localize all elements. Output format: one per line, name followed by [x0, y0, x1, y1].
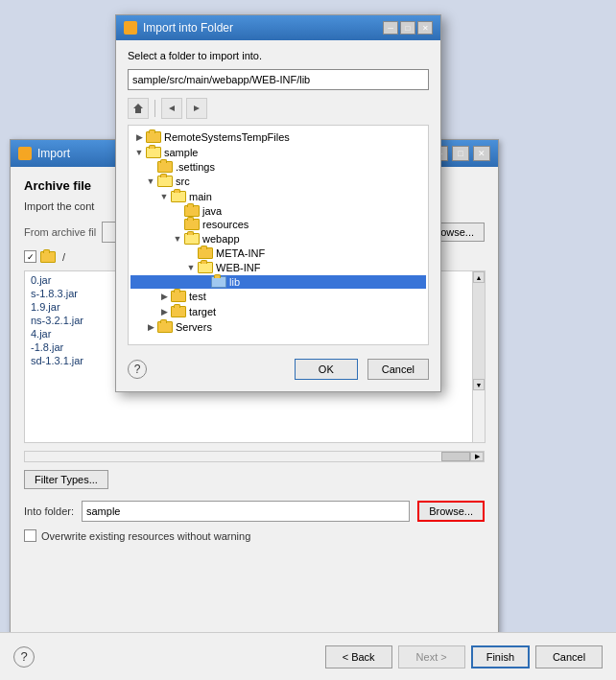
folder-icon-sample — [146, 147, 161, 158]
expander-webinf[interactable]: ▼ — [184, 261, 198, 274]
folder-icon-servers — [157, 321, 173, 333]
tree-label-webapp: webapp — [202, 233, 240, 245]
modal-controls: ─ □ ✕ — [383, 21, 433, 35]
home-icon — [132, 103, 144, 114]
tree-item-target[interactable]: ▶ target — [130, 304, 426, 319]
modal-help-btn[interactable]: ? — [128, 360, 147, 379]
tree-item-webapp[interactable]: ▼ webapp — [130, 231, 426, 246]
tree-item-sample[interactable]: ▼ sample — [130, 145, 426, 160]
tree-item-settings[interactable]: .settings — [130, 160, 426, 174]
modal-ok-btn[interactable]: OK — [295, 359, 358, 380]
expander-servers[interactable]: ▶ — [144, 320, 157, 334]
forward-icon — [192, 104, 201, 113]
tree-item-servers[interactable]: ▶ Servers — [130, 319, 426, 335]
tree-label-main: main — [189, 191, 212, 202]
tree-label-resources: resources — [202, 219, 249, 230]
tree-item-test[interactable]: ▶ test — [130, 289, 426, 304]
folder-icon-webinf — [198, 262, 213, 273]
import-folder-dialog: Import into Folder ─ □ ✕ Select a folder… — [115, 14, 441, 392]
modal-title-area: Import into Folder — [124, 21, 233, 35]
modal-minimize-btn[interactable]: ─ — [383, 21, 398, 35]
tree-label-lib: lib — [229, 276, 240, 288]
back-icon — [167, 104, 177, 113]
svg-marker-2 — [194, 106, 200, 111]
folder-icon-webapp — [184, 233, 200, 245]
modal-toolbar — [128, 96, 429, 121]
tree-label-remotesystems: RemoteSystemsTempFiles — [164, 131, 290, 143]
modal-titlebar: Import into Folder ─ □ ✕ — [116, 15, 440, 40]
modal-path-input[interactable] — [128, 69, 429, 90]
folder-icon-java — [184, 205, 200, 217]
expander-main[interactable]: ▼ — [157, 190, 171, 203]
tree-label-servers: Servers — [176, 321, 212, 333]
tree-item-lib[interactable]: lib — [130, 275, 426, 289]
expander-sample[interactable]: ▼ — [132, 146, 146, 159]
folder-icon-test — [171, 291, 186, 302]
tree-item-resources[interactable]: resources — [130, 218, 426, 231]
folder-icon-metainf — [198, 247, 213, 259]
expander-remotesystems[interactable]: ▶ — [132, 130, 146, 144]
expander-test[interactable]: ▶ — [157, 290, 171, 303]
tree-label-webinf: WEB-INF — [216, 262, 260, 273]
folder-icon-settings — [157, 161, 173, 173]
tree-item-java[interactable]: java — [130, 204, 426, 218]
tree-item-webinf[interactable]: ▼ WEB-INF — [130, 260, 426, 275]
tree-label-test: test — [189, 291, 206, 302]
folder-icon-remotesystems — [146, 131, 161, 143]
tree-label-metainf: META-INF — [216, 247, 265, 259]
modal-prompt-text: Select a folder to import into. — [128, 50, 429, 61]
toolbar-forward-btn[interactable] — [186, 98, 207, 119]
modal-body: Select a folder to import into. — [116, 40, 440, 391]
tree-label-target: target — [189, 306, 216, 317]
modal-close-btn[interactable]: ✕ — [417, 21, 433, 35]
tree-label-src: src — [176, 176, 190, 187]
tree-item-src[interactable]: ▼ src — [130, 174, 426, 189]
modal-button-row: ? OK Cancel — [128, 353, 429, 384]
svg-marker-1 — [169, 106, 175, 111]
tree-item-metainf[interactable]: META-INF — [130, 246, 426, 260]
modal-help-area: ? — [128, 359, 285, 380]
tree-label-java: java — [202, 205, 222, 217]
modal-app-icon — [124, 21, 137, 35]
modal-overlay: Import into Folder ─ □ ✕ Select a folder… — [0, 0, 616, 680]
folder-tree[interactable]: ▶ RemoteSystemsTempFiles ▼ sample .setti… — [128, 125, 429, 345]
toolbar-back-btn[interactable] — [161, 98, 182, 119]
tree-label-settings: .settings — [176, 161, 215, 173]
folder-icon-resources — [184, 219, 200, 230]
tree-item-main[interactable]: ▼ main — [130, 189, 426, 204]
expander-webapp[interactable]: ▼ — [171, 232, 184, 246]
modal-maximize-btn[interactable]: □ — [400, 21, 415, 35]
toolbar-home-btn[interactable] — [128, 98, 149, 119]
folder-icon-lib — [211, 276, 226, 288]
tree-label-sample: sample — [164, 147, 198, 158]
modal-title-label: Import into Folder — [143, 21, 233, 35]
svg-marker-0 — [133, 104, 143, 113]
folder-icon-target — [171, 306, 186, 317]
toolbar-sep1 — [154, 100, 155, 117]
folder-icon-main — [171, 191, 186, 202]
tree-item-remotesystems[interactable]: ▶ RemoteSystemsTempFiles — [130, 129, 426, 145]
modal-cancel-btn[interactable]: Cancel — [367, 359, 429, 380]
expander-target[interactable]: ▶ — [157, 305, 171, 318]
folder-icon-src — [157, 176, 173, 187]
expander-src[interactable]: ▼ — [144, 175, 157, 188]
